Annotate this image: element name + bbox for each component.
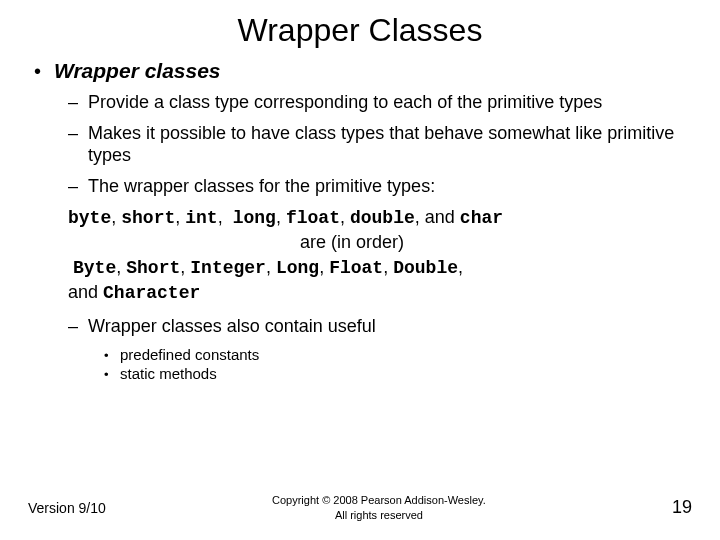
bullet-dot-icon: • (34, 60, 54, 83)
bullet-text: Makes it possible to have class types th… (88, 122, 696, 167)
sub-text: predefined constants (120, 346, 259, 363)
wrap-float: Float (329, 258, 383, 278)
bullet-text: Wrapper classes also contain useful (88, 315, 376, 338)
conj-and2: and (68, 282, 98, 302)
copyright: Copyright © 2008 Pearson Addison-Wesley.… (106, 493, 652, 522)
version-label: Version 9/10 (28, 500, 106, 516)
bullet-level1: • Wrapper classes (34, 59, 696, 83)
type-int: int (185, 208, 217, 228)
heading-text: Wrapper classes (54, 59, 221, 83)
bullet-level2: – Provide a class type corresponding to … (68, 91, 696, 114)
types-block: byte, short, int, long, float, double, a… (68, 205, 696, 305)
type-float: float (286, 208, 340, 228)
wrap-character: Character (103, 283, 200, 303)
footer: Version 9/10 Copyright © 2008 Pearson Ad… (0, 493, 720, 522)
bullet-dot-icon: • (104, 348, 120, 363)
dash-icon: – (68, 92, 88, 113)
bullet-level3: • static methods (104, 365, 696, 382)
wrap-long: Long (276, 258, 319, 278)
bullet-level2: – Wrapper classes also contain useful (68, 315, 696, 338)
bullet-text: Provide a class type corresponding to ea… (88, 91, 602, 114)
bullet-level2: – Makes it possible to have class types … (68, 122, 696, 167)
type-double: double (350, 208, 415, 228)
slide: Wrapper Classes • Wrapper classes – Prov… (0, 0, 720, 540)
type-long: long (233, 208, 276, 228)
copyright-line2: All rights reserved (335, 509, 423, 521)
wrap-short: Short (126, 258, 180, 278)
page-title: Wrapper Classes (24, 12, 696, 49)
dash-icon: – (68, 316, 88, 337)
are-in-order: are (in order) (68, 230, 636, 254)
primitive-types-line: byte, short, int, long, float, double, a… (68, 205, 696, 230)
wrap-double: Double (393, 258, 458, 278)
wrapper-types-line2: and Character (68, 280, 696, 305)
dash-icon: – (68, 123, 88, 144)
type-byte: byte (68, 208, 111, 228)
type-char: char (460, 208, 503, 228)
bullet-text: The wrapper classes for the primitive ty… (88, 175, 435, 198)
type-short: short (121, 208, 175, 228)
wrapper-types-line: Byte, Short, Integer, Long, Float, Doubl… (68, 255, 696, 280)
copyright-line1: Copyright © 2008 Pearson Addison-Wesley. (272, 494, 486, 506)
sub-text: static methods (120, 365, 217, 382)
bullet-dot-icon: • (104, 367, 120, 382)
bullet-level2: – The wrapper classes for the primitive … (68, 175, 696, 198)
page-number: 19 (652, 497, 692, 518)
wrap-integer: Integer (190, 258, 266, 278)
conj-and: and (425, 207, 455, 227)
wrap-byte: Byte (73, 258, 116, 278)
bullet-level3: • predefined constants (104, 346, 696, 363)
dash-icon: – (68, 176, 88, 197)
